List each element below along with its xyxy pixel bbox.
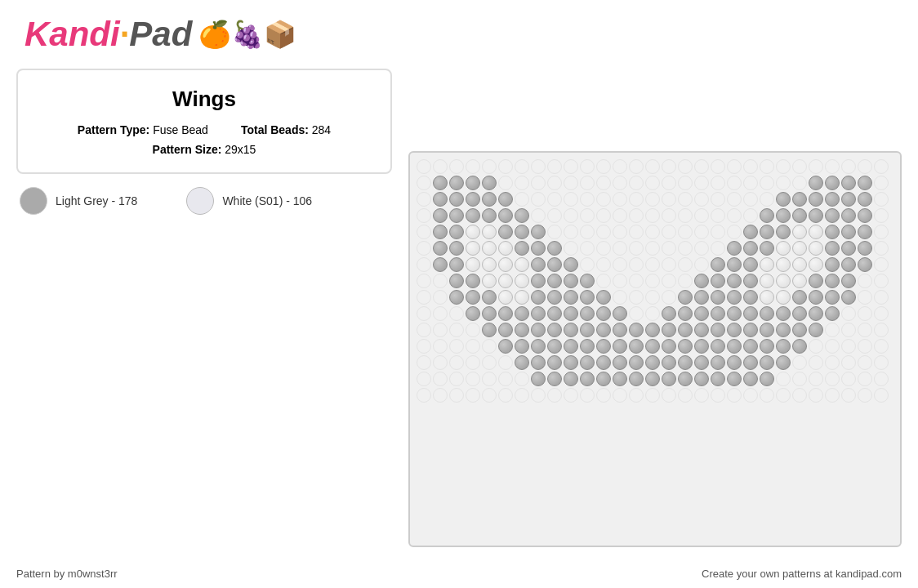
bead xyxy=(629,290,644,305)
bead xyxy=(792,274,807,288)
bead xyxy=(825,257,840,272)
bead xyxy=(629,225,644,239)
bead xyxy=(776,208,791,223)
bead xyxy=(645,274,660,288)
bead xyxy=(645,225,660,239)
bead xyxy=(809,176,823,190)
bead xyxy=(417,339,431,354)
bead xyxy=(874,225,889,239)
bead xyxy=(809,225,823,239)
bead xyxy=(629,323,644,337)
bead xyxy=(580,274,595,288)
bead xyxy=(580,339,595,354)
bead xyxy=(564,176,578,190)
bead xyxy=(645,176,660,190)
bead xyxy=(841,159,856,174)
bead xyxy=(825,208,840,223)
bead xyxy=(613,176,627,190)
bead xyxy=(580,323,595,337)
grid-container xyxy=(408,151,902,547)
bead xyxy=(727,355,742,370)
bead xyxy=(776,176,791,190)
bead xyxy=(858,306,872,321)
bead xyxy=(531,372,546,386)
bead xyxy=(809,355,823,370)
bead xyxy=(874,339,889,354)
bead xyxy=(596,257,611,272)
bead xyxy=(776,225,791,239)
bead xyxy=(645,257,660,272)
bead xyxy=(613,355,627,370)
bead xyxy=(743,388,758,403)
bead xyxy=(515,355,529,370)
bead xyxy=(482,208,497,223)
bead xyxy=(841,355,856,370)
bead xyxy=(515,159,529,174)
bead xyxy=(564,339,578,354)
bead xyxy=(760,306,774,321)
bead xyxy=(694,176,709,190)
bead xyxy=(515,176,529,190)
bead xyxy=(596,208,611,223)
bead xyxy=(564,290,578,305)
pattern-meta: Pattern Type: Fuse Bead Total Beads: 284 xyxy=(42,123,366,136)
bead xyxy=(645,290,660,305)
bead xyxy=(760,257,774,272)
bead xyxy=(629,372,644,386)
bead xyxy=(498,208,513,223)
bead xyxy=(466,225,480,239)
total-beads-value: 284 xyxy=(312,123,331,136)
bead xyxy=(498,274,513,288)
bead xyxy=(564,372,578,386)
bead xyxy=(678,225,693,239)
bead xyxy=(776,339,791,354)
bead xyxy=(662,388,676,403)
bead xyxy=(433,306,448,321)
bead xyxy=(678,274,693,288)
bead xyxy=(564,388,578,403)
bead xyxy=(694,241,709,256)
bead xyxy=(498,176,513,190)
bead xyxy=(498,225,513,239)
bead xyxy=(449,192,464,207)
bead xyxy=(466,159,480,174)
bead xyxy=(694,290,709,305)
logo-kandi: Kandi xyxy=(25,15,120,53)
bead xyxy=(776,192,791,207)
bead xyxy=(678,355,693,370)
bead xyxy=(694,159,709,174)
bead xyxy=(498,355,513,370)
bead xyxy=(466,306,480,321)
bead xyxy=(498,241,513,256)
bead xyxy=(678,257,693,272)
bead xyxy=(482,306,497,321)
bead xyxy=(841,192,856,207)
bead xyxy=(433,388,448,403)
bead xyxy=(760,274,774,288)
bead xyxy=(466,339,480,354)
bead xyxy=(711,225,725,239)
bead xyxy=(449,323,464,337)
bead xyxy=(825,339,840,354)
bead xyxy=(417,372,431,386)
bead xyxy=(711,208,725,223)
bead xyxy=(449,208,464,223)
pattern-type: Pattern Type: Fuse Bead xyxy=(78,123,208,136)
bead xyxy=(613,372,627,386)
pattern-size-value: 29x15 xyxy=(225,143,256,156)
bead xyxy=(662,274,676,288)
bead xyxy=(792,323,807,337)
bead xyxy=(466,176,480,190)
bead xyxy=(417,323,431,337)
bead xyxy=(515,192,529,207)
bead xyxy=(433,339,448,354)
bead xyxy=(662,372,676,386)
bead xyxy=(841,290,856,305)
pattern-title: Wings xyxy=(42,87,366,112)
bead xyxy=(841,225,856,239)
bead xyxy=(645,372,660,386)
bead xyxy=(662,176,676,190)
bead xyxy=(466,355,480,370)
bead xyxy=(841,176,856,190)
bead xyxy=(711,257,725,272)
